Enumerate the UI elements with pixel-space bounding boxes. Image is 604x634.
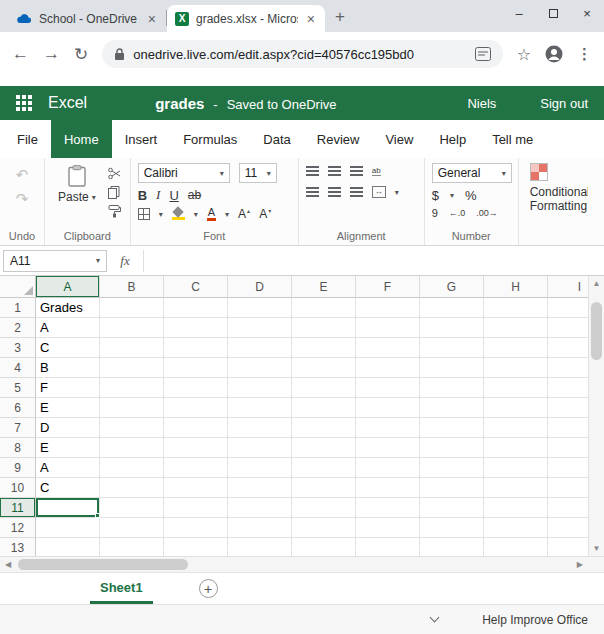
row-header-5[interactable]: 5 (0, 378, 36, 398)
profile-avatar-icon[interactable] (545, 45, 563, 63)
ribbon-tab-view[interactable]: View (372, 120, 426, 158)
ribbon-tab-formulas[interactable]: Formulas (170, 120, 250, 158)
row-header-8[interactable]: 8 (0, 438, 36, 458)
cut-icon[interactable] (108, 167, 121, 180)
row-header-9[interactable]: 9 (0, 458, 36, 478)
cell-G9[interactable] (420, 458, 484, 478)
decrease-decimal-icon[interactable]: .00→ (476, 208, 498, 218)
accounting-dropdown-icon[interactable]: ▾ (450, 191, 454, 200)
cell-E4[interactable] (292, 358, 356, 378)
new-tab-button[interactable]: + (335, 7, 345, 27)
cell-C2[interactable] (164, 318, 228, 338)
cell-G1[interactable] (420, 298, 484, 318)
back-icon[interactable]: ← (12, 44, 29, 64)
forward-icon[interactable]: → (43, 44, 60, 64)
cell-B7[interactable] (100, 418, 164, 438)
fill-color-icon[interactable] (172, 208, 185, 220)
align-left-icon[interactable] (306, 187, 319, 197)
sign-out-link[interactable]: Sign out (540, 96, 588, 111)
cell-E3[interactable] (292, 338, 356, 358)
cell-G2[interactable] (420, 318, 484, 338)
borders-dropdown-icon[interactable]: ▾ (159, 210, 163, 219)
bookmark-star-icon[interactable]: ☆ (517, 45, 531, 64)
cell-G8[interactable] (420, 438, 484, 458)
window-minimize-button[interactable]: – (502, 0, 536, 26)
cell-B1[interactable] (100, 298, 164, 318)
cell-E9[interactable] (292, 458, 356, 478)
comma-style-icon[interactable]: 9 (432, 207, 438, 219)
cell-H4[interactable] (484, 358, 548, 378)
url-bar[interactable]: onedrive.live.com/edit.aspx?cid=40576cc1… (102, 40, 502, 68)
cell-G13[interactable] (420, 538, 484, 556)
font-name-select[interactable]: Calibri▾ (138, 163, 230, 183)
cell-D12[interactable] (228, 518, 292, 538)
ribbon-tab-insert[interactable]: Insert (112, 120, 171, 158)
cell-I3[interactable] (548, 338, 588, 358)
tab-close-icon[interactable]: × (146, 12, 158, 26)
cell-B2[interactable] (100, 318, 164, 338)
cell-C7[interactable] (164, 418, 228, 438)
cell-B3[interactable] (100, 338, 164, 358)
cell-B10[interactable] (100, 478, 164, 498)
cell-I1[interactable] (548, 298, 588, 318)
horizontal-scrollbar-thumb[interactable] (18, 559, 188, 570)
cell-C5[interactable] (164, 378, 228, 398)
cell-H10[interactable] (484, 478, 548, 498)
column-header-C[interactable]: C (164, 276, 228, 298)
row-header-1[interactable]: 1 (0, 298, 36, 318)
font-color-icon[interactable]: A (207, 207, 216, 221)
name-box-dropdown-icon[interactable]: ▾ (96, 256, 100, 265)
number-format-select[interactable]: General▾ (432, 163, 512, 183)
cell-D10[interactable] (228, 478, 292, 498)
cell-F2[interactable] (356, 318, 420, 338)
cell-F1[interactable] (356, 298, 420, 318)
cell-H7[interactable] (484, 418, 548, 438)
column-header-F[interactable]: F (356, 276, 420, 298)
column-header-H[interactable]: H (484, 276, 548, 298)
cell-I7[interactable] (548, 418, 588, 438)
underline-button[interactable]: U (169, 188, 178, 203)
cell-F13[interactable] (356, 538, 420, 556)
column-header-D[interactable]: D (228, 276, 292, 298)
strikethrough-button[interactable]: ab (188, 188, 201, 202)
cell-H11[interactable] (484, 498, 548, 518)
borders-icon[interactable] (138, 208, 150, 220)
cell-F5[interactable] (356, 378, 420, 398)
cell-E5[interactable] (292, 378, 356, 398)
column-header-G[interactable]: G (420, 276, 484, 298)
browser-tab-onedrive[interactable]: School - OneDrive × (8, 5, 166, 32)
accounting-format-icon[interactable]: $ (432, 188, 439, 203)
cell-D3[interactable] (228, 338, 292, 358)
cell-G4[interactable] (420, 358, 484, 378)
scroll-down-icon[interactable]: ▼ (593, 544, 601, 553)
vertical-scrollbar-thumb[interactable] (591, 302, 602, 360)
shrink-font-icon[interactable]: A▾ (259, 207, 271, 221)
scroll-right-icon[interactable]: ▶ (577, 560, 583, 569)
row-header-10[interactable]: 10 (0, 478, 36, 498)
cell-F11[interactable] (356, 498, 420, 518)
help-improve-office-link[interactable]: Help Improve Office (482, 613, 588, 627)
cell-G12[interactable] (420, 518, 484, 538)
wrap-text-icon[interactable]: ab (372, 166, 381, 176)
cell-D1[interactable] (228, 298, 292, 318)
format-painter-icon[interactable] (108, 205, 121, 218)
formula-input[interactable] (143, 250, 604, 272)
cell-I4[interactable] (548, 358, 588, 378)
percent-style-icon[interactable]: % (465, 188, 477, 203)
cell-H12[interactable] (484, 518, 548, 538)
column-header-I[interactable]: I (548, 276, 588, 298)
undo-icon[interactable]: ↶ (16, 166, 29, 184)
add-sheet-button[interactable]: + (199, 579, 218, 598)
row-header-11[interactable]: 11 (0, 498, 36, 518)
scroll-up-icon[interactable]: ▲ (593, 279, 601, 288)
browser-tab-grades[interactable]: X grades.xlsx - Microsoft × (167, 5, 325, 32)
ribbon-tab-review[interactable]: Review (304, 120, 373, 158)
row-header-4[interactable]: 4 (0, 358, 36, 378)
cell-F9[interactable] (356, 458, 420, 478)
cell-G11[interactable] (420, 498, 484, 518)
cell-E7[interactable] (292, 418, 356, 438)
cell-H8[interactable] (484, 438, 548, 458)
tab-close-icon[interactable]: × (305, 12, 317, 26)
cell-F8[interactable] (356, 438, 420, 458)
column-header-B[interactable]: B (100, 276, 164, 298)
